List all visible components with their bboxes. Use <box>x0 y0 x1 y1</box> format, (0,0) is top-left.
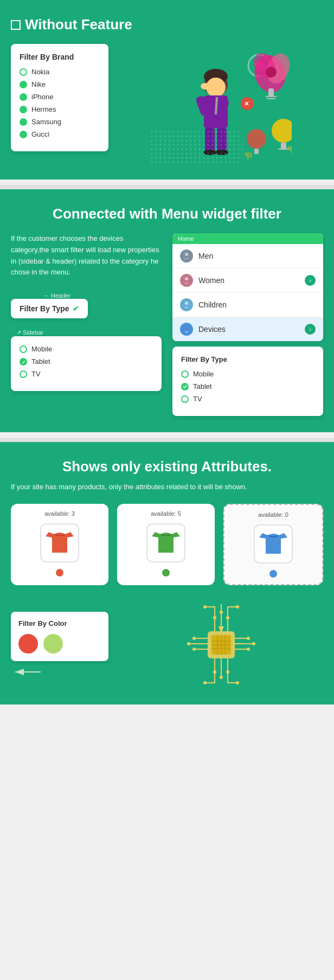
brand-radio-nike <box>20 81 27 88</box>
illustration-svg: 👎 👎 👎 × <box>151 44 292 163</box>
right-radio-mobile <box>181 370 189 378</box>
svg-rect-38 <box>183 327 190 331</box>
color-circle-red[interactable] <box>18 634 38 654</box>
header-label-row: ← Header <box>11 292 162 299</box>
brand-radio-hermes <box>20 106 27 113</box>
right-type-tablet: Tablet <box>181 382 314 390</box>
left-arrow-row <box>11 667 108 677</box>
svg-point-54 <box>192 637 196 640</box>
gap2 <box>0 438 334 442</box>
menu-item-women[interactable]: Women › <box>172 268 323 293</box>
brand-radio-samsung <box>20 118 27 126</box>
sidebar-label-row: ↗ Sidebar <box>11 329 162 336</box>
filter-type-left-widget: Mobile ✓ Tablet TV <box>11 336 162 391</box>
color-circle-lime[interactable] <box>43 634 63 654</box>
section-connected-menu: Connected with Menu widget filter If the… <box>0 189 334 432</box>
brand-label-hermes: Hermes <box>31 105 56 113</box>
shirt-badge-blue: available: 0 <box>231 511 316 518</box>
right-label-mobile: Mobile <box>193 370 214 378</box>
sidebar-section: ↗ Sidebar Mobile ✓ Tablet <box>11 329 162 391</box>
svg-point-35 <box>185 253 188 256</box>
shirts-row: available: 3 available: 5 availab <box>11 504 323 585</box>
left-type-mobile: Mobile <box>20 345 153 353</box>
svg-text:×: × <box>245 99 249 108</box>
svg-point-36 <box>185 277 188 280</box>
shirt-dot-red <box>56 569 63 577</box>
svg-rect-34 <box>151 131 243 163</box>
brand-item-iphone: iPhone <box>20 93 100 101</box>
left-label-tv: TV <box>31 370 41 378</box>
brand-item-nike: Nike <box>20 80 100 88</box>
menu-icon-women <box>180 274 193 287</box>
children-icon <box>183 301 190 309</box>
brand-label-nokia: Nokia <box>31 68 49 76</box>
section3-bottom: Filter By Color <box>11 601 323 688</box>
section-existing-attributes: Shows only existing Attributes. If your … <box>0 442 334 704</box>
menu-item-men[interactable]: Men <box>172 244 323 268</box>
left-label-mobile: Mobile <box>31 345 52 353</box>
circuit-svg <box>178 601 265 688</box>
svg-point-7 <box>266 67 277 78</box>
right-radio-tv <box>181 395 189 403</box>
svg-rect-15 <box>254 149 259 154</box>
shirt-badge-red: available: 3 <box>17 510 102 517</box>
filter-type-header-label: Filter By Type <box>20 304 69 313</box>
right-radio-tablet <box>181 383 189 390</box>
circuit-illustration <box>119 601 323 688</box>
brand-label-samsung: Samsung <box>31 118 61 126</box>
menu-icon-children <box>180 298 193 311</box>
menu-home-bar: Home <box>172 233 323 244</box>
brand-radio-nokia <box>20 68 27 76</box>
svg-point-56 <box>187 642 190 645</box>
section3-title: Shows only existing Attributes. <box>11 458 323 475</box>
section2-description: If the customer chooses the devices cate… <box>11 233 162 278</box>
shirt-item-green: available: 5 <box>117 504 215 585</box>
brand-item-nokia: Nokia <box>20 68 100 76</box>
svg-text:👎: 👎 <box>286 145 292 155</box>
filter-color-title: Filter By Color <box>18 619 101 627</box>
svg-point-78 <box>236 605 239 609</box>
section3-description: If your site has many products, only the… <box>11 482 323 493</box>
section2-body: If the customer chooses the devices cate… <box>11 233 323 416</box>
checkmark-icon <box>183 385 188 388</box>
left-radio-tv <box>20 370 27 378</box>
section2-title: Connected with Menu widget filter <box>11 206 323 222</box>
header-section: ← Header Filter By Type ✔ <box>11 292 162 324</box>
menu-item-children[interactable]: Children <box>172 293 323 317</box>
menu-label-men: Men <box>198 252 213 260</box>
svg-text:👎: 👎 <box>242 151 254 162</box>
menu-arrow-devices: › <box>305 324 316 335</box>
title-text: Without Feature <box>25 16 132 33</box>
svg-point-58 <box>192 648 196 651</box>
menu-arrow-women: › <box>305 275 316 286</box>
women-icon <box>183 277 190 284</box>
menu-label-women: Women <box>198 276 224 285</box>
color-circles <box>18 634 101 654</box>
shirt-svg-red <box>38 521 81 565</box>
shirt-svg-blue <box>252 522 295 566</box>
header-label: ← Header <box>43 292 70 299</box>
shirt-item-blue: available: 0 <box>223 504 323 585</box>
svg-point-14 <box>247 129 266 149</box>
shirt-svg-green <box>144 521 188 565</box>
section2-left: If the customer chooses the devices cate… <box>11 233 162 416</box>
menu-icon-devices <box>180 323 193 336</box>
right-type-tv: TV <box>181 395 314 403</box>
filter-type-header-widget[interactable]: Filter By Type ✔ <box>11 299 88 318</box>
svg-point-74 <box>220 676 223 679</box>
svg-rect-39 <box>185 331 188 332</box>
filter-type-right-title: Filter By Type <box>181 355 314 363</box>
right-label-tv: TV <box>193 395 202 403</box>
left-radio-mobile <box>20 345 27 353</box>
svg-rect-8 <box>268 88 274 97</box>
svg-point-62 <box>252 642 255 645</box>
title-icon <box>11 20 21 30</box>
filter-brand-card: Filter By Brand Nokia Nike iPhone Hermes… <box>11 44 108 151</box>
men-icon <box>183 252 190 260</box>
section1-illustration: 👎 👎 👎 × <box>119 44 323 163</box>
brand-item-gucci: Gucci <box>20 130 100 138</box>
brand-label-iphone: iPhone <box>31 93 53 101</box>
menu-item-devices[interactable]: Devices › <box>172 317 323 341</box>
devices-icon <box>183 325 190 333</box>
brand-item-hermes: Hermes <box>20 105 100 113</box>
